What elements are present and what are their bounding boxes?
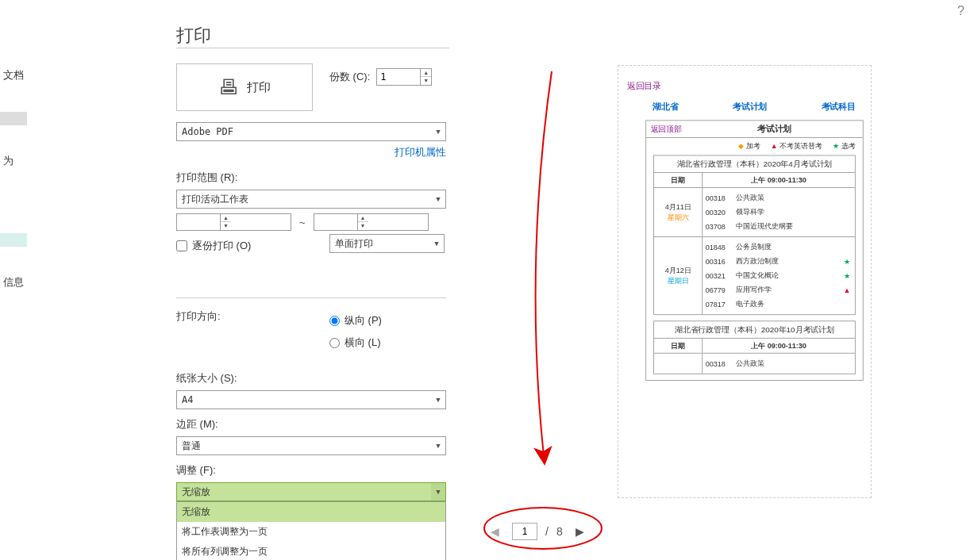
preview-course-row: 07817电子政务 — [703, 297, 855, 312]
sidebar-nav-item[interactable]: 为 — [0, 148, 27, 175]
page-separator: / — [545, 525, 549, 538]
preview-date-cell: 4月11日星期六 — [654, 188, 703, 236]
preview-course-row: 00316西方政治制度 ★ — [703, 255, 855, 269]
orientation-portrait-radio[interactable] — [329, 316, 340, 326]
next-page-button[interactable]: ▶ — [571, 525, 589, 538]
preview-course-row: 00318公共政策 — [703, 356, 855, 370]
title-divider — [176, 48, 449, 48]
preview-th-slot: 上午 09:00-11:30 — [703, 173, 855, 187]
preview-date-cell: 4月12日星期日 — [654, 237, 703, 314]
range-from-input[interactable]: ▲▼ — [176, 213, 291, 231]
orientation-landscape-label: 横向 (L) — [345, 336, 381, 350]
margins-label: 边距 (M): — [176, 417, 451, 432]
sidebar-nav-item[interactable] — [0, 233, 27, 247]
preview-course-row: 00321中国文化概论 ★ — [703, 269, 855, 283]
sidebar-nav-item[interactable]: 文档 — [0, 62, 27, 90]
preview-th-date: 日期 — [654, 173, 703, 187]
preview-course-row: 06779应用写作学 ▲ — [703, 283, 855, 297]
spinner-buttons[interactable]: ▲▼ — [220, 214, 231, 230]
preview-plan-title: 考试计划 — [687, 123, 863, 135]
preview-table-title: 湖北省行政管理（本科）2020年4月考试计划 — [654, 155, 855, 173]
preview-th-date: 日期 — [654, 339, 703, 353]
preview-legend-item: ★选考 — [833, 141, 856, 152]
copies-label: 份数 (C): — [329, 70, 370, 84]
preview-return-toc: 返回目录 — [627, 80, 864, 92]
preview-th-slot: 上午 09:00-11:30 — [703, 339, 855, 353]
preview-date-cell — [654, 354, 703, 374]
scaling-option[interactable]: 将工作表调整为一页 — [177, 522, 445, 542]
range-separator: ~ — [299, 217, 306, 228]
scaling-option[interactable]: 无缩放 — [177, 502, 445, 522]
copies-input[interactable]: ▲▼ — [376, 68, 432, 86]
preview-course-row: 03708中国近现代史纲要 — [703, 220, 855, 234]
scaling-label: 调整 (F): — [176, 463, 451, 478]
preview-course-row: 01848公务员制度 — [703, 240, 855, 255]
preview-course-row: 00320领导科学 — [703, 205, 855, 220]
preview-schedule-table: 湖北省行政管理（本科）2020年4月考试计划 日期 上午 09:00-11:30… — [653, 155, 856, 316]
preview-schedule-table: 湖北省行政管理（本科）2020年10月考试计划 日期 上午 09:00-11:3… — [653, 320, 856, 374]
chevron-down-icon: ▼ — [431, 391, 445, 408]
spinner-buttons[interactable]: ▲▼ — [420, 69, 431, 85]
preview-return-top: 返回顶部 — [646, 121, 686, 137]
chevron-down-icon: ▼ — [429, 235, 444, 252]
preview-legend-item: ◆加考 — [738, 141, 760, 152]
scaling-value: 无缩放 — [182, 485, 210, 499]
margins-select[interactable]: 普通 ▼ — [176, 436, 446, 455]
collate-label: 逐份打印 (O) — [192, 239, 251, 253]
copies-field[interactable] — [377, 69, 420, 85]
page-number-input[interactable] — [512, 523, 537, 540]
print-button-label: 打印 — [247, 80, 271, 95]
duplex-select[interactable]: 单面打印 ▼ — [329, 234, 445, 253]
printer-select-value: Adobe PDF — [182, 126, 233, 137]
preview-page-navigator: ◀ / 8 ▶ — [486, 523, 589, 540]
orientation-portrait-label: 纵向 (P) — [345, 313, 382, 328]
paper-size-select[interactable]: A4 ▼ — [176, 390, 446, 409]
paper-size-value: A4 — [182, 394, 193, 405]
margins-value: 普通 — [182, 439, 201, 453]
scaling-select[interactable]: 无缩放 ▼ — [176, 482, 446, 501]
print-preview-page: 返回目录 湖北省考试计划考试科目 返回顶部 考试计划 ◆加考▲不考英语替考★选考… — [618, 65, 872, 498]
chevron-down-icon: ▼ — [431, 437, 445, 455]
sidebar-nav-item[interactable] — [0, 112, 27, 125]
scaling-option[interactable]: 将所有列调整为一页 — [177, 542, 445, 560]
printer-icon: 🖶 — [218, 75, 239, 100]
print-button[interactable]: 🖶 打印 — [176, 63, 313, 111]
prev-page-button[interactable]: ◀ — [486, 525, 504, 538]
preview-course-row: 00318公共政策 — [703, 191, 855, 205]
paper-size-label: 纸张大小 (S): — [176, 371, 451, 385]
annotation-arrow — [508, 67, 564, 472]
sidebar-nav-item[interactable] — [0, 198, 27, 211]
scaling-dropdown[interactable]: 无缩放将工作表调整为一页将所有列调整为一页将所有行调整为一页自定义缩放选项… — [176, 501, 446, 560]
print-range-value: 打印活动工作表 — [182, 193, 248, 206]
preview-table-title: 湖北省行政管理（本科）2020年10月考试计划 — [654, 321, 855, 339]
preview-head-link: 考试科目 — [822, 101, 856, 113]
help-icon[interactable]: ? — [957, 4, 964, 18]
sidebar-nav-item[interactable]: 信息 — [0, 269, 27, 297]
preview-legend-item: ▲不考英语替考 — [771, 141, 823, 152]
preview-head-link: 考试计划 — [733, 101, 767, 113]
preview-head-link: 湖北省 — [653, 101, 678, 113]
range-from-field[interactable] — [177, 214, 220, 230]
collate-checkbox[interactable] — [176, 240, 187, 251]
chevron-down-icon: ▼ — [431, 483, 445, 501]
orientation-landscape-radio[interactable] — [329, 338, 340, 348]
left-sidebar: 文档 为 信息 — [0, 62, 27, 319]
page-total: 8 — [556, 525, 563, 538]
duplex-value: 单面打印 — [335, 237, 373, 251]
page-title: 打印 — [176, 24, 211, 48]
